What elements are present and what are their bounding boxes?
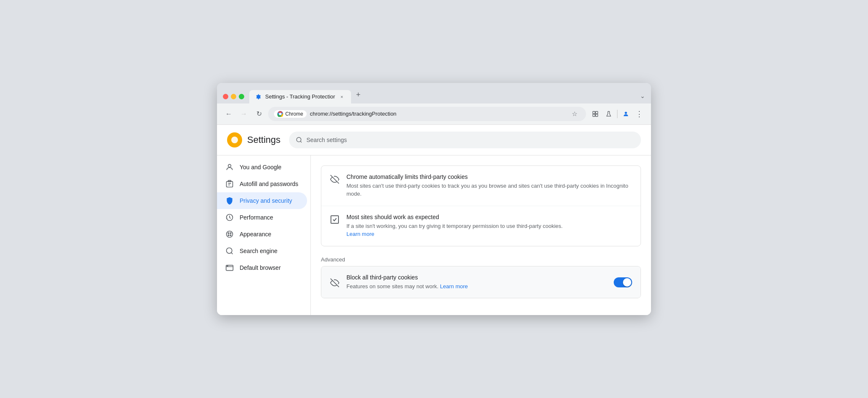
- sites-work-title: Most sites should work as expected: [346, 214, 632, 220]
- toolbar-right-icons: ⋮: [589, 108, 645, 120]
- person-icon: [225, 163, 234, 171]
- svg-point-9: [297, 137, 301, 142]
- svg-point-14: [227, 231, 233, 237]
- eye-off-icon-2: [330, 278, 340, 288]
- svg-point-8: [231, 137, 238, 143]
- svg-rect-3: [596, 111, 598, 114]
- maximize-button[interactable]: [239, 94, 244, 99]
- limits-cookies-title: Chrome automatically limits third-party …: [346, 173, 632, 180]
- sidebar-item-search-engine[interactable]: Search engine: [217, 243, 307, 259]
- block-all-toggle[interactable]: [614, 277, 632, 287]
- chrome-logo: [277, 111, 283, 117]
- svg-point-15: [228, 233, 229, 234]
- chrome-label: Chrome: [285, 111, 303, 117]
- limits-cookies-desc: Most sites can't use third-party cookies…: [346, 182, 632, 198]
- block-all-title: Block all third-party cookies: [346, 274, 607, 281]
- advanced-label: Advanced: [321, 253, 641, 266]
- limits-cookies-text: Chrome automatically limits third-party …: [346, 173, 632, 198]
- sidebar-item-appearance[interactable]: Appearance: [217, 226, 307, 243]
- block-all-text: Block all third-party cookies Features o…: [346, 274, 607, 291]
- svg-point-21: [227, 266, 228, 266]
- advanced-card: Block all third-party cookies Features o…: [321, 266, 641, 299]
- sidebar-label-you-and-google: You and Google: [240, 164, 282, 171]
- settings-tab-icon: [255, 93, 262, 100]
- shield-icon: [225, 196, 234, 205]
- sidebar-label-appearance: Appearance: [240, 231, 271, 238]
- url-text: chrome://settings/trackingProtection: [310, 111, 565, 117]
- svg-rect-5: [596, 114, 598, 116]
- sidebar-label-performance: Performance: [240, 214, 273, 221]
- tracking-protection-card: Chrome automatically limits third-party …: [321, 165, 641, 246]
- svg-point-18: [230, 235, 231, 236]
- extensions-button[interactable]: [589, 108, 601, 120]
- minimize-button[interactable]: [231, 94, 236, 99]
- palette-icon: [225, 230, 234, 238]
- eye-off-icon-1: [330, 174, 340, 184]
- browser-icon: [225, 264, 234, 272]
- sidebar-item-you-and-google[interactable]: You and Google: [217, 159, 307, 176]
- limits-cookies-row: Chrome automatically limits third-party …: [321, 166, 641, 206]
- traffic-lights: [223, 94, 244, 103]
- active-tab[interactable]: Settings - Tracking Protectior ×: [249, 90, 351, 103]
- bookmark-star-icon[interactable]: ☆: [568, 108, 580, 120]
- search-placeholder: Search settings: [307, 137, 347, 143]
- toolbar-divider: [617, 110, 617, 118]
- forward-button[interactable]: →: [238, 108, 250, 120]
- main-content: Settings Search settings: [217, 125, 651, 315]
- sites-work-desc: If a site isn't working, you can try giv…: [346, 222, 632, 238]
- tab-close-button[interactable]: ×: [338, 93, 345, 100]
- toolbar: ← → ↻ Chrome chrome://settings/trackingP…: [217, 103, 651, 125]
- sidebar: You and Google Autofill and passwords: [217, 155, 311, 315]
- svg-point-19: [227, 248, 232, 253]
- settings-body: You and Google Autofill and passwords: [217, 155, 651, 315]
- sidebar-item-autofill[interactable]: Autofill and passwords: [217, 176, 307, 192]
- search-sidebar-icon: [225, 247, 234, 255]
- sidebar-label-autofill: Autofill and passwords: [240, 181, 298, 187]
- settings-logo: Settings: [227, 132, 281, 147]
- content-panel: Chrome automatically limits third-party …: [311, 155, 651, 315]
- sidebar-label-default-browser: Default browser: [240, 264, 281, 271]
- sites-work-text: Most sites should work as expected If a …: [346, 214, 632, 238]
- svg-point-17: [228, 235, 229, 236]
- address-bar[interactable]: Chrome chrome://settings/trackingProtect…: [268, 107, 586, 121]
- toggle-knob: [623, 278, 631, 287]
- svg-point-1: [279, 113, 282, 115]
- learn-more-link-2[interactable]: Learn more: [440, 283, 468, 289]
- svg-rect-12: [227, 181, 233, 187]
- sidebar-item-default-browser[interactable]: Default browser: [217, 259, 307, 276]
- gauge-icon: [225, 213, 234, 222]
- svg-rect-2: [593, 111, 595, 114]
- profile-icon: [623, 111, 629, 117]
- reload-button[interactable]: ↻: [253, 108, 265, 120]
- svg-rect-4: [593, 114, 595, 116]
- settings-logo-icon: [227, 132, 242, 147]
- sites-work-row: Most sites should work as expected If a …: [321, 206, 641, 246]
- svg-point-16: [230, 233, 231, 234]
- block-all-row: Block all third-party cookies Features o…: [321, 266, 641, 298]
- svg-point-10: [228, 164, 231, 167]
- sidebar-item-privacy[interactable]: Privacy and security: [217, 192, 307, 209]
- extensions-icon: [592, 111, 599, 117]
- tab-title: Settings - Tracking Protectior: [265, 93, 335, 100]
- settings-page-title: Settings: [247, 134, 281, 145]
- clipboard-icon: [225, 180, 234, 188]
- svg-point-6: [625, 111, 627, 114]
- lab-icon: [605, 111, 612, 117]
- title-bar: Settings - Tracking Protectior × + ⌄: [217, 83, 651, 103]
- back-button[interactable]: ←: [223, 108, 235, 120]
- menu-button[interactable]: ⋮: [633, 108, 645, 120]
- learn-more-link-1[interactable]: Learn more: [346, 231, 374, 237]
- search-bar[interactable]: Search settings: [289, 132, 641, 148]
- block-all-desc: Features on some sites may not work. Lea…: [346, 282, 607, 291]
- close-button[interactable]: [223, 94, 228, 99]
- sidebar-label-privacy: Privacy and security: [240, 197, 292, 204]
- checkbox-icon-1: [330, 215, 340, 225]
- tab-dropdown-button[interactable]: ⌄: [640, 93, 645, 103]
- chrome-pill: Chrome: [274, 110, 307, 118]
- sidebar-item-performance[interactable]: Performance: [217, 209, 307, 226]
- profile-button[interactable]: [620, 108, 632, 120]
- lab-button[interactable]: [603, 108, 615, 120]
- new-tab-button[interactable]: +: [353, 87, 364, 103]
- search-icon: [296, 137, 302, 143]
- sidebar-label-search-engine: Search engine: [240, 248, 277, 254]
